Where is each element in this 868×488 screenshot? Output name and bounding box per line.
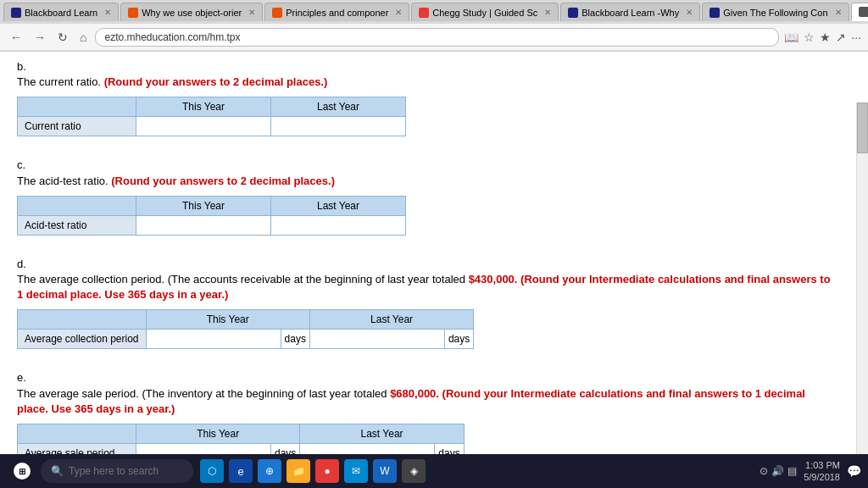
share-button[interactable]: ↗: [836, 30, 846, 44]
section-e-amount: $680,000.: [390, 387, 439, 400]
section-d-last-year-cell[interactable]: [309, 330, 444, 349]
taskbar: ⊞ 🔍 ⬡ e ⊕ 📁 ● ✉ W ◈ ⊙ 🔊: [0, 454, 868, 455]
section-b-text: The current ratio. (Round your answers t…: [17, 75, 837, 90]
section-e-row-label: Average sale period: [18, 443, 136, 455]
section-c-this-year-cell[interactable]: [136, 215, 271, 235]
section-d-this-year-cell[interactable]: [146, 330, 281, 349]
section-d-label: d. The average collection period. (The a…: [17, 256, 851, 303]
section-c-last-year-cell[interactable]: [271, 215, 406, 235]
section-b: b. The current ratio. (Round your answer…: [17, 58, 851, 136]
section-e-letter: e.: [17, 369, 26, 385]
section-c-this-year-input[interactable]: [136, 216, 270, 235]
section-d-last-year-header: Last Year: [309, 310, 473, 330]
section-e-label: e. The average sale period. (The invento…: [17, 369, 851, 417]
table-row: Acid-test ratio: [18, 215, 406, 235]
tab-ch13[interactable]: Ch 13 Financial State ✕: [851, 3, 868, 21]
section-d-empty-header: [18, 310, 147, 330]
section-b-this-year-cell[interactable]: [136, 117, 271, 136]
section-c-this-year-header: This Year: [136, 196, 271, 215]
address-bar[interactable]: [95, 28, 779, 47]
section-d: d. The average collection period. (The a…: [17, 256, 851, 350]
section-d-table: This Year Last Year Average collection p…: [17, 309, 474, 349]
section-e-table: This Year Last Year Average sale period …: [17, 424, 465, 455]
section-b-last-year-input[interactable]: [271, 117, 405, 136]
tab-icon-ch13: [859, 7, 868, 17]
section-b-letter: b.: [17, 58, 26, 75]
section-b-round-note: (Round your answers to 2 decimal places.…: [104, 75, 328, 88]
tab-close-chegg[interactable]: ✕: [544, 8, 551, 17]
nav-icons: 📖 ☆ ★ ↗ ···: [784, 30, 861, 44]
refresh-button[interactable]: ↻: [54, 29, 71, 46]
table-row: Average collection period days days: [18, 330, 474, 349]
section-c-last-year-header: Last Year: [271, 196, 406, 215]
section-c: c. The acid-test ratio. (Round your answ…: [17, 157, 851, 235]
section-e-this-year-cell[interactable]: [136, 443, 271, 455]
browser-chrome: Blackboard Learn ✕ Why we use object-ori…: [0, 0, 868, 52]
favorites-button[interactable]: ☆: [804, 30, 815, 44]
section-d-this-year-header: This Year: [146, 310, 309, 330]
tab-bar: Blackboard Learn ✕ Why we use object-ori…: [0, 0, 868, 24]
tab-label-chegg: Chegg Study | Guided Sc: [432, 8, 537, 18]
home-button[interactable]: ⌂: [76, 29, 90, 46]
tab-blackboard-learn[interactable]: Blackboard Learn ✕: [3, 3, 119, 21]
tab-label-bb: Blackboard Learn: [25, 8, 97, 18]
section-c-table: This Year Last Year Acid-test ratio: [17, 196, 406, 236]
section-c-round-note: (Round your answers to 2 decimal places.…: [111, 175, 335, 187]
section-e-text: The average sale period. (The inventory …: [17, 386, 837, 417]
tab-why[interactable]: Why we use object-orier ✕: [120, 3, 263, 21]
page-content: b. The current ratio. (Round your answer…: [0, 52, 868, 455]
section-c-letter: c.: [17, 157, 25, 173]
table-row: Average sale period days days: [18, 443, 465, 455]
reading-view-button[interactable]: 📖: [784, 30, 798, 44]
section-e-last-year-header: Last Year: [300, 424, 464, 443]
tab-chegg[interactable]: Chegg Study | Guided Sc ✕: [411, 3, 559, 21]
section-e-this-year-unit: days: [271, 443, 300, 455]
section-c-empty-header: [18, 196, 136, 215]
back-button[interactable]: ←: [7, 29, 25, 46]
section-e-this-year-header: This Year: [136, 424, 300, 443]
tab-icon-principles: [272, 8, 282, 18]
section-d-letter: d.: [17, 256, 26, 272]
section-b-table: This Year Last Year Current ratio: [17, 97, 406, 136]
section-e-last-year-unit: days: [435, 443, 464, 455]
tab-label-why: Why we use object-orier: [142, 8, 242, 18]
section-e-main-text: The average sale period. (The inventory …: [17, 387, 387, 400]
tab-icon-bb: [11, 8, 21, 18]
hub-button[interactable]: ★: [820, 30, 831, 44]
tab-icon-why: [128, 8, 138, 18]
scrollbar[interactable]: [856, 103, 868, 455]
tab-icon-given: [709, 8, 720, 18]
section-d-text: The average collection period. (The acco…: [17, 272, 837, 302]
section-e-last-year-cell[interactable]: [300, 443, 435, 455]
tab-close-bb[interactable]: ✕: [104, 8, 111, 17]
tab-principles[interactable]: Principles and componer ✕: [264, 3, 409, 21]
section-d-last-year-unit: days: [444, 330, 473, 349]
section-d-last-year-input[interactable]: [310, 330, 444, 348]
section-d-this-year-unit: days: [281, 330, 309, 349]
tab-icon-bb-why: [568, 8, 578, 18]
section-b-main-text: The current ratio.: [17, 75, 101, 88]
section-b-label: b. The current ratio. (Round your answer…: [17, 58, 851, 90]
tab-label-principles: Principles and componer: [286, 8, 388, 18]
section-c-text: The acid-test ratio. (Round your answers…: [17, 174, 837, 189]
section-c-label: c. The acid-test ratio. (Round your answ…: [17, 157, 851, 188]
scrollbar-thumb[interactable]: [857, 103, 868, 153]
tab-given[interactable]: Given The Following Con ✕: [702, 3, 849, 21]
tab-close-why[interactable]: ✕: [248, 8, 255, 17]
forward-button[interactable]: →: [31, 29, 49, 46]
tab-close-given[interactable]: ✕: [835, 8, 842, 17]
section-c-last-year-input[interactable]: [271, 216, 405, 235]
section-b-this-year-header: This Year: [136, 97, 271, 117]
tab-close-bb-why[interactable]: ✕: [686, 8, 693, 17]
tab-icon-chegg: [419, 8, 429, 18]
section-b-last-year-cell[interactable]: [271, 117, 406, 136]
nav-bar: ← → ↻ ⌂ 📖 ☆ ★ ↗ ···: [0, 24, 868, 51]
more-button[interactable]: ···: [851, 30, 861, 44]
tab-close-principles[interactable]: ✕: [395, 8, 402, 17]
tab-bb-why[interactable]: Blackboard Learn -Why ✕: [560, 3, 700, 21]
section-d-this-year-input[interactable]: [147, 330, 281, 348]
section-b-empty-header: [18, 97, 136, 117]
section-b-row-label: Current ratio: [18, 117, 136, 136]
section-b-this-year-input[interactable]: [136, 117, 270, 136]
tab-label-bb-why: Blackboard Learn -Why: [581, 8, 679, 18]
